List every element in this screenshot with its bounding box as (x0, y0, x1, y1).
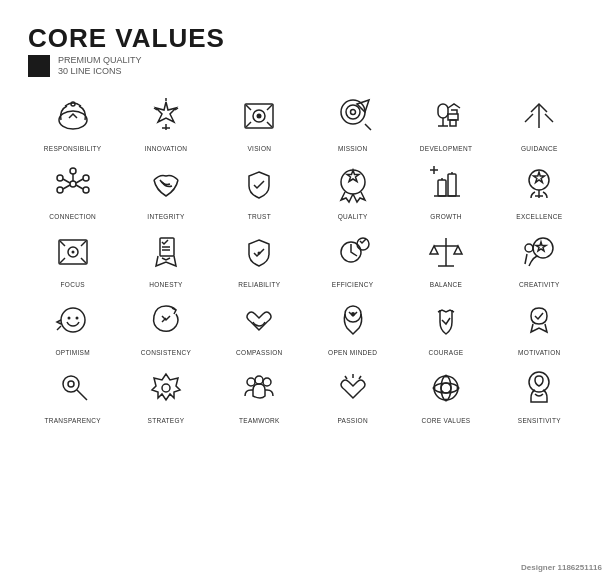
svg-point-72 (444, 398, 447, 401)
svg-point-59 (68, 381, 74, 387)
honesty-label: HONESTY (149, 281, 183, 288)
svg-point-44 (258, 251, 261, 254)
motivation-label: MOTIVATION (518, 349, 560, 356)
optimism-label: OPTIMISM (55, 349, 90, 356)
quality-icon (327, 158, 379, 210)
svg-line-65 (345, 376, 347, 379)
icon-cell-reliability: RELIABILITY (215, 226, 304, 288)
growth-label: GROWTH (430, 213, 461, 220)
svg-point-67 (434, 376, 458, 400)
icon-cell-integrity: INTEGRITY (121, 158, 210, 220)
svg-point-22 (83, 175, 89, 181)
passion-label: PASSION (337, 417, 368, 424)
icon-cell-development: DEVELOPMENT (401, 90, 490, 152)
svg-point-40 (71, 250, 74, 253)
svg-line-58 (77, 390, 87, 400)
svg-point-70 (441, 376, 451, 400)
svg-point-21 (57, 175, 63, 181)
core-values-icon (420, 362, 472, 414)
sensitivity-icon (513, 362, 565, 414)
icon-cell-focus: FOCUS (28, 226, 117, 288)
innovation-icon (140, 90, 192, 142)
mission-label: MISSION (338, 145, 368, 152)
efficiency-icon (327, 226, 379, 278)
integrity-icon (140, 158, 192, 210)
icon-cell-consistency: CONSISTENCY (121, 294, 210, 356)
honesty-icon (140, 226, 192, 278)
icon-cell-courage: COURAGE (401, 294, 490, 356)
svg-point-62 (263, 378, 271, 386)
icon-cell-excellence: EXCELLENCE (495, 158, 584, 220)
responsibility-label: RESPONSIBILITY (44, 145, 102, 152)
svg-point-63 (255, 376, 263, 384)
icon-cell-innovation: INNOVATION (121, 90, 210, 152)
mission-icon (327, 90, 379, 142)
svg-line-13 (365, 124, 371, 130)
quality-label: QUALITY (338, 213, 368, 220)
icon-cell-teamwork: TEAMWORK (215, 362, 304, 424)
svg-line-30 (76, 185, 83, 189)
focus-label: FOCUS (61, 281, 85, 288)
svg-line-27 (63, 179, 70, 183)
icon-cell-motivation: MOTIVATION (495, 294, 584, 356)
svg-point-53 (67, 316, 70, 319)
svg-line-28 (76, 179, 83, 183)
icon-cell-vision: VISION (215, 90, 304, 152)
icon-cell-compassion: COMPASSION (215, 294, 304, 356)
svg-point-75 (529, 372, 549, 392)
svg-point-20 (70, 181, 76, 187)
excellence-label: EXCELLENCE (516, 213, 562, 220)
svg-point-61 (247, 378, 255, 386)
courage-label: COURAGE (429, 349, 464, 356)
icon-cell-balance: BALANCE (401, 226, 490, 288)
svg-point-73 (432, 386, 435, 389)
icon-cell-strategy: STRATEGY (121, 362, 210, 424)
icon-cell-open-minded: OPEN MINDED (308, 294, 397, 356)
efficiency-label: EFFICIENCY (332, 281, 374, 288)
growth-icon (420, 158, 472, 210)
development-label: DEVELOPMENT (420, 145, 472, 152)
creativity-icon (513, 226, 565, 278)
icon-cell-optimism: OPTIMISM (28, 294, 117, 356)
icon-cell-honesty: HONESTY (121, 226, 210, 288)
svg-point-68 (441, 383, 451, 393)
innovation-label: INNOVATION (145, 145, 187, 152)
icons-grid: RESPONSIBILITY INNOVATION (28, 90, 584, 424)
trust-label: TRUST (248, 213, 271, 220)
svg-point-46 (357, 238, 369, 250)
guidance-icon (513, 90, 565, 142)
svg-point-12 (350, 109, 355, 114)
icon-cell-passion: PASSION (308, 362, 397, 424)
page-title: CORE VALUES (28, 24, 584, 53)
subtitle-block: PREMIUM QUALITY 30 LINE ICONS (28, 55, 584, 78)
open-minded-icon (327, 294, 379, 346)
icon-cell-sensitivity: SENSITIVITY (495, 362, 584, 424)
icon-cell-connection: CONNECTION (28, 158, 117, 220)
svg-point-52 (61, 308, 85, 332)
svg-point-54 (75, 316, 78, 319)
svg-point-69 (434, 383, 458, 393)
creativity-label: CREATIVITY (519, 281, 560, 288)
focus-icon (47, 226, 99, 278)
sensitivity-label: SENSITIVITY (518, 417, 561, 424)
connection-icon (47, 158, 99, 210)
icon-cell-guidance: GUIDANCE (495, 90, 584, 152)
balance-label: BALANCE (430, 281, 462, 288)
icon-cell-efficiency: EFFICIENCY (308, 226, 397, 288)
icon-cell-creativity: CREATIVITY (495, 226, 584, 288)
compassion-icon (233, 294, 285, 346)
svg-point-56 (351, 312, 355, 316)
svg-point-10 (341, 100, 365, 124)
svg-line-66 (359, 376, 361, 379)
subtitle-text: PREMIUM QUALITY 30 LINE ICONS (58, 55, 142, 78)
balance-icon (420, 226, 472, 278)
svg-point-57 (63, 376, 79, 392)
transparency-icon (47, 362, 99, 414)
svg-point-1 (71, 102, 75, 106)
strategy-icon (140, 362, 192, 414)
motivation-icon (513, 294, 565, 346)
svg-rect-18 (450, 120, 456, 126)
guidance-label: GUIDANCE (521, 145, 558, 152)
svg-rect-33 (448, 174, 456, 196)
svg-rect-14 (438, 104, 448, 118)
